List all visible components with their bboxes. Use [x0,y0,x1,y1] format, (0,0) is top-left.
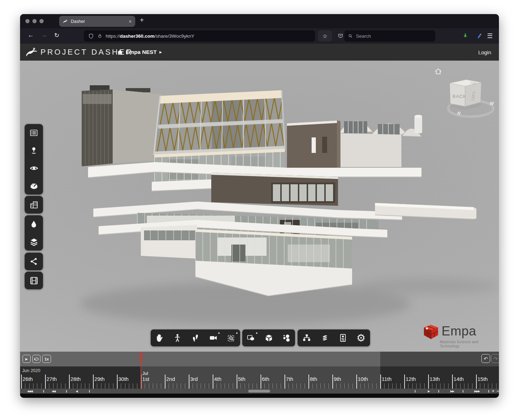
camera-tool-button[interactable]: ▲ [205,330,222,346]
building-levels-button[interactable] [25,196,43,214]
properties-icon [338,333,348,342]
skip-back-button[interactable]: ◀ [76,389,77,394]
timeline-day[interactable]: 26th [21,366,45,389]
browser-tab[interactable]: Dasher × [59,16,135,27]
timeline-day[interactable]: 8th [308,366,332,389]
dashboard-gauge-button[interactable] [25,177,43,194]
empa-wordmark: Empa [442,324,476,339]
timeline-zoom-out-button[interactable]: − [496,389,499,394]
footprints-tool-button[interactable] [187,330,204,346]
empa-logo: Empa Materials Science and Technology [424,324,498,348]
legend-list-button[interactable] [25,124,43,142]
skip-forward-medium-button[interactable]: ▶▶ [450,389,454,394]
skip-forward-button[interactable]: ▶ [428,389,430,394]
layers-button[interactable] [25,233,43,251]
timeline-day[interactable]: 13th [428,366,452,389]
close-window-button[interactable] [25,19,30,23]
timeline-scrollbar[interactable]: ◀◀◀ ◀◀ ◀ ▶ ▶▶ ▶▶▶ + − [20,389,499,394]
extension-pen-icon[interactable] [476,32,483,39]
zoom-window-tool-button[interactable]: ▲ [223,330,240,346]
star-icon: ☆ [323,33,327,39]
model-cube-button[interactable] [260,330,277,346]
viewcube-front-label: BACK [452,94,466,99]
tab-close-icon[interactable]: × [129,19,132,24]
timeline-day[interactable]: 7th [284,366,308,389]
maximize-window-button[interactable] [39,19,44,23]
breadcrumb[interactable]: Empa NEST ▶ [117,49,162,55]
timeline-play-button[interactable]: ▶ [23,355,31,363]
redo-button[interactable]: ↷ [491,354,499,363]
pin-sensor-button[interactable] [25,142,43,159]
skip-back-fast-button[interactable]: ◀◀◀ [27,389,32,394]
model-browser-button[interactable] [298,330,315,346]
timeline-day[interactable]: Jul1st [141,366,165,389]
timeline-day[interactable]: 15th [476,366,499,389]
download-icon[interactable] [462,32,469,39]
undo-button[interactable]: ↶ [481,354,490,363]
viewcube[interactable]: N W BACK TOP LEFT [440,74,499,121]
properties-panel-button[interactable] [334,330,351,346]
search-bar[interactable] [344,30,435,42]
timeline-day[interactable]: 9th [332,366,356,389]
timeline-zoom-in-button[interactable]: + [492,389,494,394]
timeline-day[interactable]: 10th [356,366,380,389]
timeline-day[interactable]: 29th [93,366,117,389]
timeline-day[interactable]: 27th [45,366,69,389]
timeline-day[interactable]: 6th [261,366,284,389]
submenu-badge-icon: ▲ [236,331,238,334]
lock-icon[interactable] [97,33,102,39]
film-animation-button[interactable] [25,272,43,289]
compass-bottom-label: N [457,111,461,116]
url-bar[interactable]: https://dasher360.com/share/3Woc9yknY [84,30,315,42]
timeline-day[interactable]: 30th [117,366,141,389]
visibility-button[interactable] [25,159,43,177]
shield-icon[interactable] [88,33,94,39]
window-footer [20,394,499,398]
new-tab-button[interactable]: + [140,16,144,24]
systems-cluster-button[interactable] [278,330,295,346]
login-button[interactable]: Login [478,49,491,55]
share-button[interactable] [25,253,43,270]
timeline-loop-button[interactable] [32,355,40,363]
forward-icon[interactable]: → [41,32,47,39]
timeline-day[interactable]: 12th [404,366,428,389]
compass-right-label: W [490,101,494,106]
timeline-dates-band[interactable]: Jun 2020 26th27th28th29th30thJul1st2nd3r… [20,366,499,389]
timeline-day[interactable]: 3rd [189,366,213,389]
search-input[interactable] [356,33,419,39]
water-droplet-button[interactable] [25,215,43,233]
layers-stack-icon [29,237,39,247]
timeline-speed-button[interactable]: 1x [42,355,51,363]
timeline-day[interactable]: 5th [237,366,261,389]
sheets-icon [320,333,330,343]
timeline-day[interactable]: 2nd [165,366,189,389]
pan-tool-button[interactable] [151,330,168,346]
timeline-day[interactable]: 11th [380,366,404,389]
timeline-day[interactable]: 28th [69,366,93,389]
view-orientation-button[interactable]: ▲ [243,330,260,346]
breadcrumb-expand-icon[interactable]: ▶ [160,50,162,54]
reload-icon[interactable]: ↻ [54,32,59,39]
bookmark-star-button[interactable]: ☆ [318,30,332,42]
share-icon [29,257,38,266]
scroll-divider [463,390,463,393]
dasher-deer-logo-icon [25,46,38,58]
settings-button[interactable]: ⚙ [352,330,369,346]
model-viewport[interactable]: N W BACK TOP LEFT [20,61,499,352]
breadcrumb-label: Empa NEST [126,49,157,55]
sidebar-group-main [25,124,43,194]
minimize-window-button[interactable] [32,19,37,23]
levels-layers-button[interactable] [316,330,333,346]
back-icon[interactable]: ← [28,32,34,39]
scroll-divider [89,390,90,393]
empa-cube-icon [424,324,438,340]
timeline-day[interactable]: 4th [213,366,237,389]
scrollbar-thumb[interactable] [248,390,270,393]
timeline-cursor-line[interactable] [140,366,141,389]
skip-back-medium-button[interactable]: ◀◀ [52,389,55,394]
droplet-icon [29,220,38,229]
hamburger-menu-icon[interactable]: ☰ [487,32,493,40]
walk-tool-button[interactable] [169,330,186,346]
skip-forward-fast-button[interactable]: ▶▶▶ [474,389,480,394]
timeline-day[interactable]: 14th [452,366,476,389]
